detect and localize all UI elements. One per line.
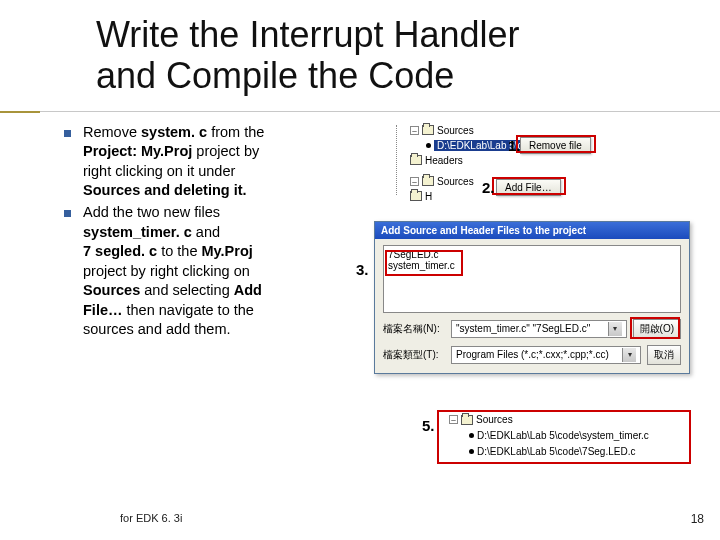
- folder-icon: [410, 191, 422, 201]
- text: then navigate to the: [127, 302, 254, 318]
- title-line-1: Write the Interrupt Handler: [96, 14, 520, 55]
- screenshots-area: – Sources D:\EDKLab\Lab 5\code\System.c …: [382, 123, 702, 342]
- step-2: 2.: [482, 179, 495, 196]
- tree-label: Sources: [437, 125, 474, 136]
- text: 7 segled. c: [83, 243, 161, 259]
- tree-label: H: [425, 191, 432, 202]
- tree-label: Headers: [425, 155, 463, 166]
- text: and: [196, 224, 220, 240]
- text: right clicking on it under: [83, 163, 235, 179]
- footer-note: for EDK 6. 3i: [120, 512, 182, 524]
- step-5: 5.: [422, 417, 435, 434]
- text: from the: [211, 124, 264, 140]
- title-line-2: and Compile the Code: [96, 55, 454, 96]
- text: Project: My.Proj: [83, 143, 196, 159]
- text: Add the two new files: [83, 204, 220, 220]
- add-files-dialog: Add Source and Header Files to the proje…: [374, 221, 690, 374]
- bullet-list: Remove system. c from the Project: My.Pr…: [64, 123, 376, 342]
- bullet-icon: [64, 210, 71, 217]
- filename-input[interactable]: "system_timer.c" "7SegLED.c" ▾: [451, 320, 627, 338]
- tree-panel-1: – Sources D:\EDKLab\Lab 5\code\System.c …: [388, 123, 688, 204]
- highlight-box-5: [437, 410, 691, 464]
- list-item: Add the two new files system_timer. c an…: [64, 203, 376, 340]
- text: My.Proj: [202, 243, 253, 259]
- folder-icon: [410, 155, 422, 165]
- slide-title: Write the Interrupt Handler and Compile …: [0, 0, 720, 107]
- highlight-box-4: [630, 317, 680, 339]
- collapse-icon[interactable]: –: [410, 126, 419, 135]
- filetype-input[interactable]: Program Files (*.c;*.cxx;*.cpp;*.cc) ▾: [451, 346, 641, 364]
- folder-icon: [422, 125, 434, 135]
- file-icon: [426, 143, 431, 148]
- input-value: "system_timer.c" "7SegLED.c": [456, 323, 590, 334]
- tree-headers[interactable]: Headers: [406, 153, 688, 168]
- folder-icon: [422, 176, 434, 186]
- tree-panel-2: – Sources D:\EDKLab\Lab 5\code\system_ti…: [438, 411, 690, 463]
- text: File…: [83, 302, 127, 318]
- dialog-title: Add Source and Header Files to the proje…: [375, 222, 689, 239]
- list-item: Remove system. c from the Project: My.Pr…: [64, 123, 376, 201]
- collapse-icon[interactable]: –: [410, 177, 419, 186]
- text: sources and add them.: [83, 321, 231, 337]
- filetype-label: 檔案類型(T):: [383, 348, 445, 362]
- highlight-box-3: [385, 250, 463, 276]
- text: to the: [161, 243, 201, 259]
- text: Add: [234, 282, 262, 298]
- tree-label: Sources: [437, 176, 474, 187]
- text: Remove: [83, 124, 141, 140]
- dropdown-icon[interactable]: ▾: [622, 348, 636, 362]
- text: Sources: [83, 282, 144, 298]
- cancel-button[interactable]: 取消: [647, 345, 681, 365]
- page-number: 18: [691, 512, 704, 526]
- text: Sources and deleting it.: [83, 182, 247, 198]
- button-label: 取消: [654, 348, 674, 362]
- highlight-box-2: [492, 177, 566, 195]
- highlight-box-1: [516, 135, 596, 153]
- filename-label: 檔案名稱(N):: [383, 322, 445, 336]
- dropdown-icon[interactable]: ▾: [608, 322, 622, 336]
- bullet-icon: [64, 130, 71, 137]
- text: system_timer. c: [83, 224, 196, 240]
- text: system. c: [141, 124, 211, 140]
- text: project by: [196, 143, 259, 159]
- text: project by right clicking on: [83, 263, 250, 279]
- input-value: Program Files (*.c;*.cxx;*.cpp;*.cc): [456, 349, 609, 360]
- text: and selecting: [144, 282, 233, 298]
- step-1: 1.: [508, 137, 521, 154]
- step-3: 3.: [356, 261, 369, 278]
